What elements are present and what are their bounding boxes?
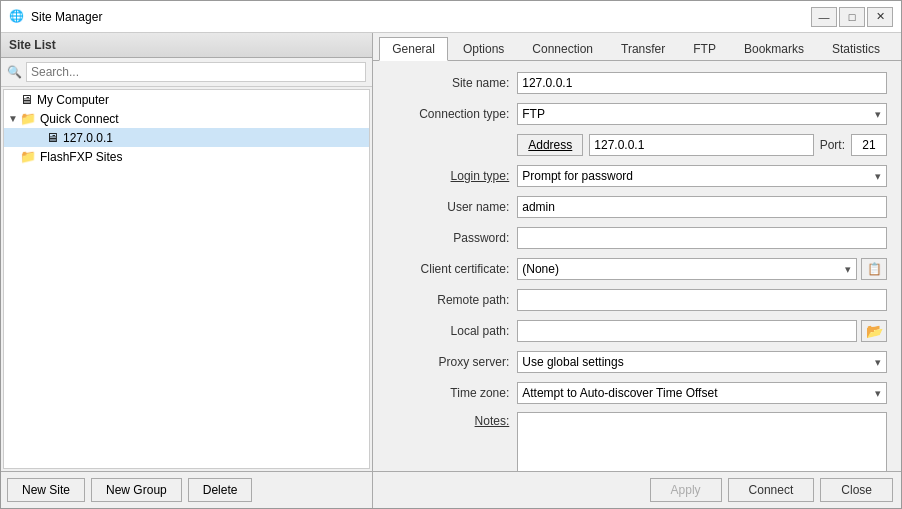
close-window-button[interactable]: ✕ bbox=[867, 7, 893, 27]
connection-type-select[interactable]: FTP FTPS SFTP FTP over TLS bbox=[517, 103, 887, 125]
site-name-input[interactable] bbox=[517, 72, 887, 94]
right-panel: General Options Connection Transfer FTP … bbox=[373, 33, 901, 508]
tab-general[interactable]: General bbox=[379, 37, 448, 61]
address-row: Address Port: bbox=[387, 133, 887, 157]
close-dialog-button[interactable]: Close bbox=[820, 478, 893, 502]
user-name-row: User name: bbox=[387, 195, 887, 219]
login-type-wrapper: Anonymous Normal Ask for password Prompt… bbox=[517, 165, 887, 187]
local-path-row: Local path: 📂 bbox=[387, 319, 887, 343]
connect-button[interactable]: Connect bbox=[728, 478, 815, 502]
tree-label: FlashFXP Sites bbox=[40, 150, 122, 164]
time-zone-row: Time zone: Attempt to Auto-discover Time… bbox=[387, 381, 887, 405]
local-path-input[interactable] bbox=[517, 320, 857, 342]
connection-type-label: Connection type: bbox=[387, 107, 517, 121]
folder-icon: 📁 bbox=[20, 149, 36, 164]
notes-area bbox=[517, 412, 887, 471]
server-icon: 🖥 bbox=[46, 130, 59, 145]
notes-label-text: Notes: bbox=[475, 414, 510, 428]
connection-type-row: Connection type: FTP FTPS SFTP FTP over … bbox=[387, 102, 887, 126]
notes-row: Notes: bbox=[387, 412, 887, 471]
tab-bookmarks[interactable]: Bookmarks bbox=[731, 37, 817, 60]
cert-browse-button[interactable]: 📋 bbox=[861, 258, 887, 280]
tree-label: 127.0.0.1 bbox=[63, 131, 113, 145]
tree-item-quick-connect[interactable]: ▼ 📁 Quick Connect bbox=[4, 109, 369, 128]
site-manager-window: 🌐 Site Manager — □ ✕ Site List 🔍 🖥 My Co… bbox=[0, 0, 902, 509]
tree-item-flashfxp[interactable]: 📁 FlashFXP Sites bbox=[4, 147, 369, 166]
tree-item-127001[interactable]: 🖥 127.0.0.1 bbox=[4, 128, 369, 147]
window-title: Site Manager bbox=[31, 10, 102, 24]
user-name-label: User name: bbox=[387, 200, 517, 214]
site-tree: 🖥 My Computer ▼ 📁 Quick Connect 🖥 127.0.… bbox=[3, 89, 370, 469]
proxy-server-select[interactable]: Use global settings None Default bbox=[517, 351, 887, 373]
delete-button[interactable]: Delete bbox=[188, 478, 253, 502]
tree-label: Quick Connect bbox=[40, 112, 119, 126]
new-site-button[interactable]: New Site bbox=[7, 478, 85, 502]
tree-item-my-computer[interactable]: 🖥 My Computer bbox=[4, 90, 369, 109]
local-path-label: Local path: bbox=[387, 324, 517, 338]
search-bar: 🔍 bbox=[1, 58, 372, 87]
folder-icon: 📁 bbox=[20, 111, 36, 126]
site-list-header: Site List bbox=[1, 33, 372, 58]
site-name-label: Site name: bbox=[387, 76, 517, 90]
address-button[interactable]: Address bbox=[517, 134, 583, 156]
cert-controls: (None) 📋 bbox=[517, 258, 887, 280]
search-input[interactable] bbox=[26, 62, 366, 82]
left-panel: Site List 🔍 🖥 My Computer ▼ 📁 Quick Conn… bbox=[1, 33, 373, 508]
tab-ftp[interactable]: FTP bbox=[680, 37, 729, 60]
tab-connection[interactable]: Connection bbox=[519, 37, 606, 60]
site-name-row: Site name: bbox=[387, 71, 887, 95]
password-label: Password: bbox=[387, 231, 517, 245]
remote-path-row: Remote path: bbox=[387, 288, 887, 312]
left-bottom-bar: New Site New Group Delete bbox=[1, 471, 372, 508]
port-input[interactable] bbox=[851, 134, 887, 156]
notes-label: Notes: bbox=[387, 412, 517, 428]
new-group-button[interactable]: New Group bbox=[91, 478, 182, 502]
search-icon: 🔍 bbox=[7, 65, 22, 79]
main-content: Site List 🔍 🖥 My Computer ▼ 📁 Quick Conn… bbox=[1, 33, 901, 508]
client-cert-row: Client certificate: (None) 📋 bbox=[387, 257, 887, 281]
tab-options[interactable]: Options bbox=[450, 37, 517, 60]
login-type-label: Login type: bbox=[387, 169, 517, 183]
timezone-select-wrapper: Attempt to Auto-discover Time Offset UTC… bbox=[517, 382, 887, 404]
maximize-button[interactable]: □ bbox=[839, 7, 865, 27]
login-type-row: Login type: Anonymous Normal Ask for pas… bbox=[387, 164, 887, 188]
minimize-button[interactable]: — bbox=[811, 7, 837, 27]
client-cert-select[interactable]: (None) bbox=[517, 258, 857, 280]
tab-statistics[interactable]: Statistics bbox=[819, 37, 893, 60]
tab-transfer[interactable]: Transfer bbox=[608, 37, 678, 60]
proxy-server-label: Proxy server: bbox=[387, 355, 517, 369]
tree-label: My Computer bbox=[37, 93, 109, 107]
title-bar-left: 🌐 Site Manager bbox=[9, 9, 102, 25]
notes-textarea[interactable] bbox=[517, 412, 887, 471]
remote-path-label: Remote path: bbox=[387, 293, 517, 307]
apply-button[interactable]: Apply bbox=[650, 478, 722, 502]
password-input[interactable] bbox=[517, 227, 887, 249]
proxy-server-row: Proxy server: Use global settings None D… bbox=[387, 350, 887, 374]
client-cert-label: Client certificate: bbox=[387, 262, 517, 276]
login-type-select[interactable]: Anonymous Normal Ask for password Prompt… bbox=[517, 165, 887, 187]
connection-type-wrapper: FTP FTPS SFTP FTP over TLS bbox=[517, 103, 887, 125]
port-label: Port: bbox=[820, 138, 845, 152]
app-icon: 🌐 bbox=[9, 9, 25, 25]
login-type-label-text: Login type: bbox=[451, 169, 510, 183]
title-bar: 🌐 Site Manager — □ ✕ bbox=[1, 1, 901, 33]
cert-icon: 📋 bbox=[867, 262, 882, 276]
tabs-bar: General Options Connection Transfer FTP … bbox=[373, 33, 901, 61]
address-controls: Address Port: bbox=[517, 134, 887, 156]
time-zone-label: Time zone: bbox=[387, 386, 517, 400]
address-input[interactable] bbox=[589, 134, 813, 156]
cert-select-wrapper: (None) bbox=[517, 258, 857, 280]
folder-browse-icon: 📂 bbox=[866, 323, 883, 339]
local-path-browse-button[interactable]: 📂 bbox=[861, 320, 887, 342]
form-area: Site name: Connection type: FTP FTPS SFT… bbox=[373, 61, 901, 471]
proxy-select-wrapper: Use global settings None Default bbox=[517, 351, 887, 373]
time-zone-select[interactable]: Attempt to Auto-discover Time Offset UTC… bbox=[517, 382, 887, 404]
remote-path-input[interactable] bbox=[517, 289, 887, 311]
password-row: Password: bbox=[387, 226, 887, 250]
expand-icon: ▼ bbox=[8, 113, 18, 124]
right-bottom-bar: Apply Connect Close bbox=[373, 471, 901, 508]
computer-icon: 🖥 bbox=[20, 92, 33, 107]
user-name-input[interactable] bbox=[517, 196, 887, 218]
title-bar-controls: — □ ✕ bbox=[811, 7, 893, 27]
